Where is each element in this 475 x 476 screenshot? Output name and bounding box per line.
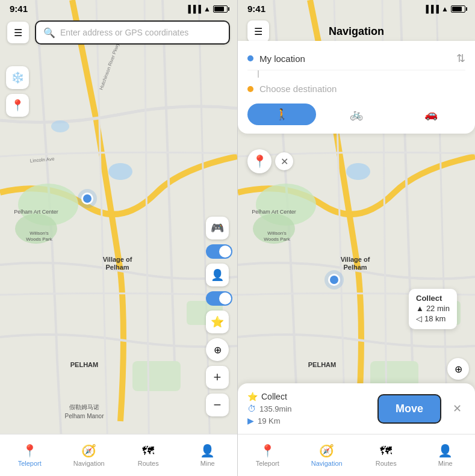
- distance-line: ◁ 18 km: [416, 314, 450, 323]
- navigation-tab-icon: 🧭: [81, 444, 96, 458]
- search-box[interactable]: 🔍 Enter address or GPS coordinates: [35, 20, 230, 45]
- mine-tab-icon: 👤: [200, 444, 215, 458]
- time-icon: ▲: [416, 304, 424, 313]
- swap-icon[interactable]: ⇅: [456, 52, 465, 65]
- nav-title: Navigation: [275, 25, 438, 38]
- right-hamburger-button[interactable]: ☰: [247, 20, 269, 42]
- routes-tab-label: Routes: [138, 460, 159, 467]
- collect-title: Collect: [416, 294, 450, 303]
- avatar-button[interactable]: 👤: [206, 264, 229, 286]
- tab-routes[interactable]: 🗺 Routes: [119, 434, 178, 476]
- svg-text:PELHAM: PELHAM: [70, 361, 98, 368]
- right-navigation-tab-icon: 🧭: [319, 444, 334, 458]
- svg-text:Woods Park: Woods Park: [26, 236, 52, 242]
- left-tab-bar: 📍 Teleport 🧭 Navigation 🗺 Routes 👤 Mine: [0, 434, 237, 476]
- right-locate-button[interactable]: ⊕: [447, 358, 469, 380]
- pin-bubble-icon: 📍: [252, 154, 267, 168]
- snowflake-icon: ❄️: [11, 71, 24, 84]
- right-navigation-tab-label: Navigation: [311, 460, 343, 467]
- zoom-in-button[interactable]: +: [206, 366, 229, 389]
- destination-row[interactable]: Choose destination: [247, 78, 465, 96]
- toggle-switch-1[interactable]: [206, 244, 232, 259]
- locate-icon: ⊕: [214, 344, 222, 356]
- gamepad-button[interactable]: 🎮: [206, 217, 229, 240]
- left-map: Pelham Art Center Willson's Woods Park V…: [0, 0, 237, 476]
- svg-text:Pelham Art Center: Pelham Art Center: [14, 209, 58, 215]
- right-tab-bar: 📍 Teleport 🧭 Navigation 🗺 Routes 👤 Mine: [238, 434, 475, 476]
- tab-teleport[interactable]: 📍 Teleport: [0, 434, 60, 476]
- transport-walk[interactable]: 🚶: [247, 104, 316, 125]
- left-panel: Pelham Art Center Willson's Woods Park V…: [0, 0, 237, 476]
- pin-bubble: 📍: [247, 149, 272, 173]
- info-bubble: Collect ▲ 22 min ◁ 18 km: [409, 289, 457, 329]
- map-pin-overlay: 📍 ✕: [247, 149, 293, 173]
- tab-navigation[interactable]: 🧭 Navigation: [60, 434, 119, 476]
- svg-text:Willson's: Willson's: [267, 230, 286, 236]
- signal-icon: ▐▐▐: [186, 5, 202, 13]
- right-routes-tab-label: Routes: [376, 460, 397, 467]
- locate-button[interactable]: ⊕: [206, 338, 229, 361]
- close-action-button[interactable]: ✕: [449, 400, 465, 417]
- action-star-icon: ⭐: [247, 392, 258, 401]
- distance-value: 18 km: [424, 314, 446, 323]
- right-routes-tab-icon: 🗺: [380, 444, 392, 458]
- action-collect-row: ⭐ Collect: [247, 392, 370, 401]
- my-location-label: My location: [259, 54, 450, 64]
- status-bar: 9:41 ▐▐▐ ▲: [0, 0, 237, 16]
- star-button[interactable]: ⭐: [206, 311, 229, 333]
- wifi-icon: ▲: [203, 5, 211, 13]
- right-wifi-icon: ▲: [441, 5, 449, 13]
- transport-car[interactable]: 🚗: [397, 104, 465, 125]
- gamepad-icon: 🎮: [211, 221, 224, 235]
- right-user-location-dot: [328, 274, 340, 286]
- right-teleport-tab-icon: 📍: [260, 444, 275, 458]
- close-pin-button[interactable]: ✕: [275, 152, 293, 170]
- transport-bike[interactable]: 🚲: [322, 104, 391, 125]
- battery-icon: [213, 5, 228, 13]
- car-icon: 🚗: [424, 108, 438, 121]
- right-mine-tab-label: Mine: [438, 460, 453, 467]
- svg-text:假勒姆马诺: 假勒姆马诺: [69, 404, 99, 410]
- close-pin-icon: ✕: [281, 156, 288, 167]
- svg-text:Woods Park: Woods Park: [264, 236, 290, 242]
- zoom-out-button[interactable]: −: [206, 394, 229, 416]
- right-tab-mine[interactable]: 👤 Mine: [416, 434, 476, 476]
- tab-mine[interactable]: 👤 Mine: [178, 434, 238, 476]
- snowflake-button[interactable]: ❄️: [6, 66, 29, 89]
- search-input[interactable]: Enter address or GPS coordinates: [60, 28, 188, 37]
- destination-input[interactable]: Choose destination: [259, 84, 337, 94]
- action-collect-label: Collect: [261, 392, 287, 401]
- right-tab-navigation[interactable]: 🧭 Navigation: [297, 434, 357, 476]
- search-icon: 🔍: [43, 27, 55, 39]
- right-battery-icon: [451, 5, 465, 13]
- right-float-buttons: 🎮 👤 ⭐ ⊕ + −: [206, 217, 232, 416]
- location-dot-orange: [247, 86, 253, 92]
- left-header: ☰ 🔍 Enter address or GPS coordinates: [0, 16, 237, 49]
- right-mine-tab-icon: 👤: [438, 444, 453, 458]
- left-float-buttons: ❄️ 📍: [6, 66, 29, 117]
- toggle-row-1: [206, 244, 232, 259]
- move-button[interactable]: Move: [377, 394, 441, 424]
- svg-text:Village of: Village of: [103, 256, 132, 263]
- svg-text:PELHAM: PELHAM: [308, 361, 336, 368]
- distance-icon: ◁: [416, 314, 422, 323]
- svg-text:Pelham: Pelham: [105, 264, 129, 271]
- transport-modes: 🚶 🚲 🚗: [247, 104, 465, 125]
- action-info: ⭐ Collect ⏱ 135.9min ▶ 19 Km: [247, 392, 370, 425]
- toggle-switch-2[interactable]: [206, 291, 232, 306]
- action-time-row: ⏱ 135.9min: [247, 404, 370, 413]
- clock-icon: ⏱: [247, 404, 256, 413]
- action-bar: ⭐ Collect ⏱ 135.9min ▶ 19 Km Move ✕: [238, 383, 475, 434]
- map-pin-button[interactable]: 📍: [6, 94, 29, 117]
- teleport-tab-label: Teleport: [18, 460, 42, 467]
- svg-rect-3: [132, 361, 181, 391]
- right-teleport-tab-label: Teleport: [256, 460, 279, 467]
- hamburger-button[interactable]: ☰: [7, 22, 29, 43]
- right-tab-teleport[interactable]: 📍 Teleport: [238, 434, 297, 476]
- navigation-tab-label: Navigation: [73, 460, 105, 467]
- teleport-tab-icon: 📍: [22, 444, 37, 458]
- right-tab-routes[interactable]: 🗺 Routes: [356, 434, 416, 476]
- user-location-dot: [81, 193, 93, 205]
- time-value: 22 min: [426, 304, 450, 313]
- star-icon: ⭐: [211, 315, 224, 329]
